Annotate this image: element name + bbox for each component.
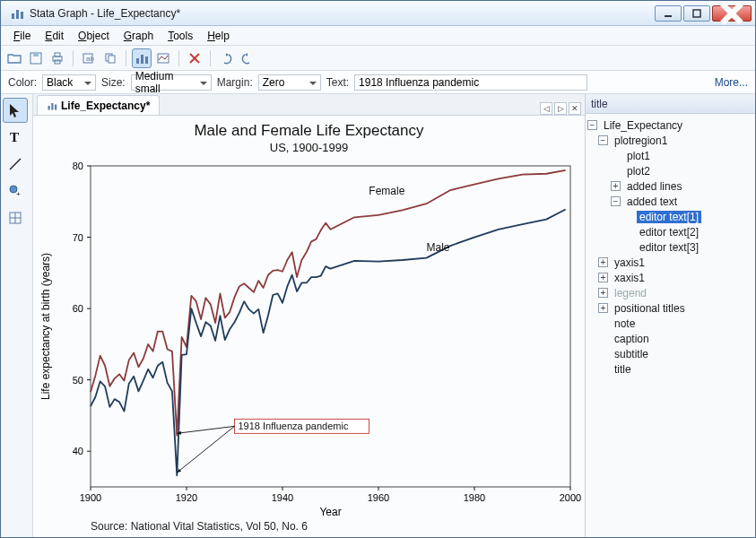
svg-text:1940: 1940: [272, 492, 293, 503]
svg-text:Year: Year: [319, 506, 341, 518]
print-button[interactable]: [48, 48, 67, 68]
object-tree: −Life_Expectancy −plotregion1 plot1 plot…: [586, 114, 755, 537]
svg-rect-30: [51, 103, 53, 110]
deselect-button[interactable]: [185, 48, 204, 68]
menu-file[interactable]: File: [6, 28, 38, 44]
window-title: Stata Graph - Life_Expectancy*: [30, 7, 655, 20]
tab-strip: Life_Expectancy* ◁ ▷ ✕: [33, 94, 585, 116]
svg-text:Male and Female Life Expectanc: Male and Female Life Expectancy: [194, 122, 424, 139]
redo-button[interactable]: [238, 48, 257, 68]
svg-text:50: 50: [73, 375, 83, 386]
tab-close-button[interactable]: ✕: [569, 102, 581, 115]
svg-rect-31: [55, 104, 56, 109]
minimize-button[interactable]: [655, 5, 682, 22]
text-label: Text:: [326, 76, 349, 89]
tree-plot2[interactable]: plot2: [586, 163, 755, 178]
menu-edit[interactable]: Edit: [38, 28, 71, 44]
margin-label: Margin:: [217, 76, 253, 89]
svg-rect-34: [91, 166, 570, 487]
save-button[interactable]: [26, 48, 46, 68]
tree-positional-titles[interactable]: +positional titles: [586, 300, 755, 316]
more-link[interactable]: More...: [715, 76, 748, 89]
text-tool[interactable]: T: [3, 125, 28, 150]
svg-rect-29: [48, 106, 50, 110]
tab-prev-button[interactable]: ◁: [540, 102, 552, 115]
tree-added-text[interactable]: −added text: [586, 194, 755, 209]
tree-caption[interactable]: caption: [586, 331, 755, 346]
copy-button[interactable]: [100, 48, 120, 68]
edit-graph-alt-button[interactable]: [153, 48, 173, 68]
color-label: Color:: [8, 76, 37, 89]
svg-text:ab: ab: [86, 55, 94, 63]
object-browser: title −Life_Expectancy −plotregion1 plot…: [585, 94, 755, 537]
svg-rect-2: [21, 12, 23, 19]
svg-text:40: 40: [73, 446, 83, 456]
tree-xaxis1[interactable]: +xaxis1: [586, 270, 755, 285]
svg-text:1960: 1960: [368, 492, 389, 503]
canvas-pane: Life_Expectancy* ◁ ▷ ✕ Male and Female L…: [33, 94, 585, 537]
tab-controls: ◁ ▷ ✕: [540, 102, 585, 115]
tree-yaxis1[interactable]: +yaxis1: [586, 255, 755, 270]
svg-rect-4: [693, 10, 700, 17]
svg-text:1900: 1900: [80, 492, 101, 503]
svg-rect-1: [16, 10, 19, 19]
svg-line-64: [177, 426, 234, 473]
tree-note[interactable]: note: [586, 316, 755, 331]
svg-rect-17: [141, 55, 143, 64]
svg-rect-15: [109, 56, 115, 63]
undo-button[interactable]: [216, 48, 236, 68]
tree-legend[interactable]: +legend: [586, 285, 755, 300]
pointer-tool[interactable]: [3, 98, 28, 123]
grid-edit-tool[interactable]: [3, 205, 28, 230]
tree-editor-text-3[interactable]: editor text[3]: [586, 239, 755, 255]
svg-text:US, 1900-1999: US, 1900-1999: [270, 141, 348, 154]
chart-svg: Male and Female Life ExpectancyUS, 1900-…: [33, 116, 585, 537]
svg-rect-8: [33, 53, 39, 56]
margin-dropdown[interactable]: Zero: [258, 74, 321, 91]
svg-text:60: 60: [73, 303, 83, 314]
svg-text:2000: 2000: [560, 492, 581, 503]
rename-button[interactable]: ab: [79, 48, 99, 68]
svg-line-65: [177, 426, 234, 433]
menu-object[interactable]: Object: [71, 28, 117, 44]
size-dropdown[interactable]: Medium small: [131, 74, 212, 91]
tab-next-button[interactable]: ▷: [554, 102, 567, 115]
edit-graph-button[interactable]: [132, 48, 152, 68]
tab-life-expectancy[interactable]: Life_Expectancy*: [37, 95, 160, 115]
tree-root[interactable]: −Life_Expectancy: [586, 117, 755, 133]
marker-tool[interactable]: +: [3, 178, 28, 204]
color-dropdown[interactable]: Black: [42, 74, 96, 91]
toolbar: ab: [1, 46, 755, 71]
maximize-button[interactable]: [683, 5, 710, 22]
open-button[interactable]: [4, 48, 24, 68]
menu-tools[interactable]: Tools: [161, 28, 200, 44]
svg-text:Life expectancy at birth (year: Life expectancy at birth (years): [39, 253, 52, 400]
menu-graph[interactable]: Graph: [117, 28, 161, 44]
workspace: T + Life_Expectancy* ◁ ▷ ✕ Male and Fema…: [1, 94, 755, 537]
tree-editor-text-1[interactable]: editor text[1]: [586, 209, 755, 224]
tree-added-lines[interactable]: +added lines: [586, 178, 755, 194]
svg-text:T: T: [10, 130, 19, 144]
properties-bar: Color: Black Size: Medium small Margin: …: [1, 71, 755, 94]
svg-rect-10: [55, 53, 60, 56]
menu-help[interactable]: Help: [200, 28, 237, 44]
tree-subtitle[interactable]: subtitle: [586, 346, 755, 361]
graph-canvas[interactable]: Male and Female Life ExpectancyUS, 1900-…: [33, 116, 585, 537]
app-window: Stata Graph - Life_Expectancy* File Edit…: [0, 0, 756, 538]
app-icon: [10, 6, 24, 21]
tab-label: Life_Expectancy*: [61, 100, 150, 112]
close-button[interactable]: [712, 5, 752, 22]
titlebar[interactable]: Stata Graph - Life_Expectancy*: [1, 1, 755, 26]
text-input[interactable]: 1918 Influenza pandemic: [354, 74, 587, 91]
line-tool[interactable]: [3, 152, 28, 177]
svg-text:+: +: [16, 190, 21, 198]
svg-text:1918 Influenza pandemic: 1918 Influenza pandemic: [239, 421, 349, 431]
tree-plotregion[interactable]: −plotregion1: [586, 133, 755, 148]
tree-title[interactable]: title: [586, 361, 755, 377]
svg-rect-18: [145, 56, 148, 64]
menubar: File Edit Object Graph Tools Help: [1, 26, 755, 46]
tool-palette: T +: [1, 94, 33, 537]
tree-plot1[interactable]: plot1: [586, 148, 755, 163]
size-label: Size:: [101, 76, 126, 89]
tree-editor-text-2[interactable]: editor text[2]: [586, 224, 755, 239]
